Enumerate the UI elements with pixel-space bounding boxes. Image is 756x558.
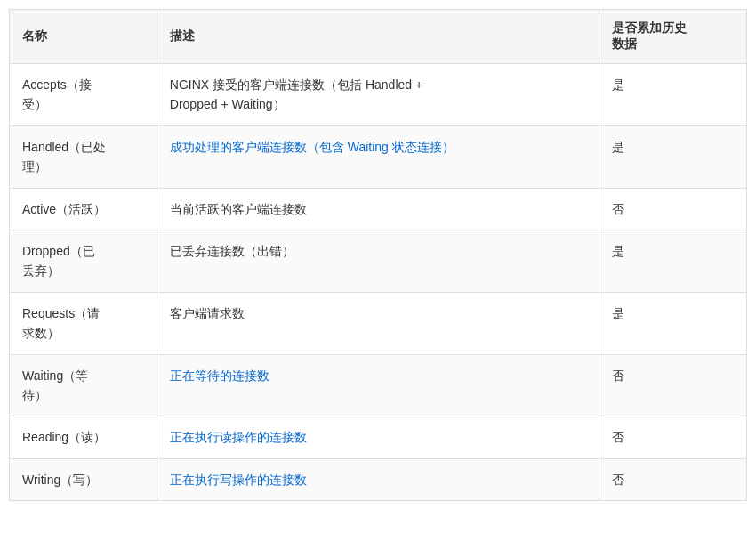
cell-desc-requests: 客户端请求数 — [157, 292, 599, 354]
cell-history-accepts: 是 — [599, 64, 747, 126]
cell-name-active: Active（活跃） — [10, 188, 157, 230]
table-row: Waiting（等待）正在等待的连接数否 — [10, 354, 747, 416]
table-row: Accepts（接受）NGINX 接受的客户端连接数（包括 Handled +D… — [10, 64, 747, 126]
cell-desc-waiting[interactable]: 正在等待的连接数 — [157, 354, 599, 416]
table-row: Requests（请求数）客户端请求数是 — [10, 292, 747, 354]
cell-desc-dropped: 已丢弃连接数（出错） — [157, 230, 599, 292]
cell-history-reading: 否 — [599, 416, 747, 458]
cell-desc-handled[interactable]: 成功处理的客户端连接数（包含 Waiting 状态连接） — [157, 125, 599, 188]
cell-history-writing: 否 — [599, 458, 747, 500]
cell-name-reading: Reading（读） — [10, 416, 157, 458]
cell-name-writing: Writing（写） — [10, 458, 157, 500]
header-name: 名称 — [10, 10, 157, 64]
cell-desc-reading[interactable]: 正在执行读操作的连接数 — [157, 416, 599, 458]
cell-history-handled: 是 — [599, 125, 747, 188]
cell-history-waiting: 否 — [599, 354, 747, 416]
cell-desc-writing[interactable]: 正在执行写操作的连接数 — [157, 458, 599, 500]
desc-link-reading[interactable]: 正在执行读操作的连接数 — [170, 430, 307, 444]
metrics-table: 名称 描述 是否累加历史数据 Accepts（接受）NGINX 接受的客户端连接… — [9, 9, 747, 501]
header-history: 是否累加历史数据 — [599, 10, 747, 64]
table-row: Reading（读）正在执行读操作的连接数否 — [10, 416, 747, 458]
cell-name-handled: Handled（已处理） — [10, 125, 157, 188]
cell-name-requests: Requests（请求数） — [10, 292, 157, 354]
desc-link-handled[interactable]: 成功处理的客户端连接数（包含 Waiting 状态连接） — [170, 140, 454, 154]
cell-name-accepts: Accepts（接受） — [10, 64, 157, 126]
header-description: 描述 — [157, 10, 599, 64]
cell-desc-accepts: NGINX 接受的客户端连接数（包括 Handled +Dropped + Wa… — [157, 64, 599, 126]
table-row: Handled（已处理）成功处理的客户端连接数（包含 Waiting 状态连接）… — [10, 125, 747, 188]
table-row: Writing（写）正在执行写操作的连接数否 — [10, 458, 747, 500]
cell-name-waiting: Waiting（等待） — [10, 354, 157, 416]
desc-link-writing[interactable]: 正在执行写操作的连接数 — [170, 473, 307, 487]
desc-link-waiting[interactable]: 正在等待的连接数 — [170, 368, 269, 383]
cell-history-dropped: 是 — [599, 230, 747, 292]
table-row: Dropped（已丢弃）已丢弃连接数（出错）是 — [10, 230, 747, 292]
cell-history-requests: 是 — [599, 292, 747, 354]
table-row: Active（活跃）当前活跃的客户端连接数否 — [10, 188, 747, 230]
cell-name-dropped: Dropped（已丢弃） — [10, 230, 157, 292]
cell-desc-active: 当前活跃的客户端连接数 — [157, 188, 599, 230]
cell-history-active: 否 — [599, 188, 747, 230]
